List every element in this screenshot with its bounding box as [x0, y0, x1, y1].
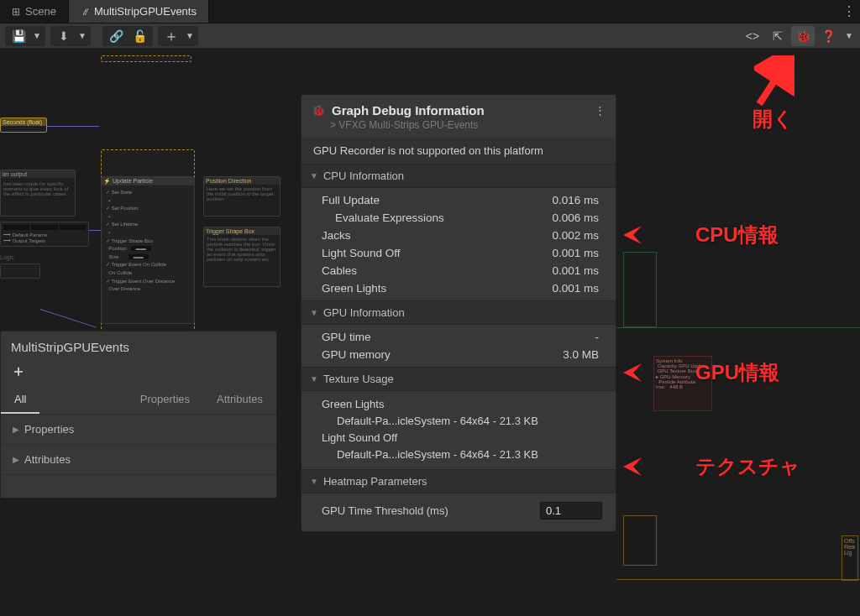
debug-section-heatmap[interactable]: ▼ Heatmap Parameters: [302, 469, 616, 493]
import-icon[interactable]: ⬇: [52, 26, 76, 46]
center-icon[interactable]: ⇱: [766, 26, 789, 46]
gpu-row: GPU time-: [302, 328, 616, 346]
blackboard-section-attributes[interactable]: ▶ Attributes: [1, 445, 276, 475]
tab-options-icon[interactable]: ⋮: [838, 0, 860, 23]
graph-node[interactable]: Seconds (float): [0, 117, 47, 133]
cpu-row: Green Lights0.001 ms: [302, 279, 616, 297]
blackboard-section-properties[interactable]: ▶ Properties: [1, 415, 276, 445]
graph-node-block[interactable]: ⚡ Update Particle ✓ Set State •✓ Set Pos…: [101, 176, 195, 324]
graph-group-outline: [101, 55, 191, 62]
gpu-rows: GPU time- GPU memory3.0 MB: [302, 325, 616, 367]
texture-item-name: Green Lights: [322, 396, 600, 413]
graph-annotation-2: Position Direction Here we set the posit…: [203, 176, 281, 217]
graph-node-bg-2[interactable]: System Info Capacity GPU Update GPU Text…: [653, 356, 712, 411]
blackboard-add-button[interactable]: ＋: [11, 361, 26, 381]
cpu-rows: Full Update0.016 ms Evaluate Expressions…: [302, 188, 616, 300]
debug-section-gpu[interactable]: ▼ GPU Information: [302, 300, 616, 325]
graph-toolbar: 💾 ▼ ⬇ ▼ 🔗 🔓 ＋ ▼ <> ⇱ 🐞 ❓ ▼: [0, 23, 860, 49]
cpu-row: Jacks0.002 ms: [302, 227, 616, 244]
threshold-input[interactable]: [540, 502, 602, 519]
graph-annotation-3: Trigger Shape Box This block detects whe…: [203, 227, 281, 287]
tab-scene-label: Scene: [25, 5, 56, 18]
chevron-right-icon: ▶: [13, 455, 19, 464]
graph-node-bg[interactable]: [623, 252, 657, 327]
blackboard-tabs: All Properties Attributes: [1, 386, 276, 415]
tab-vfx-graph[interactable]: ⫽ MultiStripGPUEvents: [69, 0, 209, 23]
cpu-row: Full Update0.016 ms: [302, 191, 616, 209]
save-icon[interactable]: 💾: [7, 26, 30, 46]
blackboard-panel: MultiStripGPUEvents ＋ All Properties Att…: [0, 331, 277, 499]
grid-icon: ⊞: [12, 6, 20, 18]
texture-item-detail: Default-Pa...icleSystem - 64x64 - 21.3 K…: [322, 413, 600, 430]
save-dropdown-icon[interactable]: ▼: [30, 26, 44, 46]
vfx-icon: ⫽: [81, 6, 89, 18]
debug-info-panel: 🐞 Graph Debug Information ⋮ > VFXG Multi…: [301, 94, 616, 532]
texture-rows: Green Lights Default-Pa...icleSystem - 6…: [302, 391, 616, 469]
code-icon[interactable]: <>: [741, 26, 764, 46]
cpu-row: Light Sound Off0.001 ms: [302, 244, 616, 262]
chevron-right-icon: ▶: [13, 425, 19, 434]
blackboard-tab-all[interactable]: All: [1, 386, 39, 414]
graph-node-bg-4[interactable]: OffsReaLig: [842, 535, 858, 581]
tab-scene[interactable]: ⊞ Scene: [0, 0, 69, 23]
graph-node-small[interactable]: ⟶ Default Params⟶ Output Targets: [0, 222, 89, 247]
toolbar-dropdown-icon[interactable]: ▼: [842, 26, 857, 46]
blackboard-tab-attributes[interactable]: Attributes: [203, 386, 276, 414]
chevron-down-icon: ▼: [310, 171, 318, 180]
graph-nodes-area: Seconds (float) ler output has been made…: [0, 49, 286, 331]
chevron-down-icon: ▼: [310, 477, 318, 486]
help-icon[interactable]: ❓: [816, 26, 840, 46]
blackboard-title: MultiStripGPUEvents: [11, 340, 266, 354]
cpu-row: Evaluate Expressions0.006 ms: [302, 209, 616, 227]
add-icon[interactable]: ＋: [160, 26, 183, 46]
graph-annotation: ler output has been made for specific sc…: [0, 170, 76, 217]
graph-node-bg-3[interactable]: [623, 515, 657, 566]
bug-icon: 🐞: [312, 104, 325, 117]
chevron-down-icon: ▼: [310, 374, 318, 384]
debug-panel-menu-icon[interactable]: ⋮: [595, 104, 606, 117]
window-tabbar: ⊞ Scene ⫽ MultiStripGPUEvents ⋮: [0, 0, 860, 23]
bug-icon[interactable]: 🐞: [791, 26, 815, 46]
cpu-row: Cables0.001 ms: [302, 262, 616, 279]
debug-panel-subtitle: > VFXG Multi-Strips GPU-Events: [302, 119, 616, 138]
gpu-row: GPU memory3.0 MB: [302, 346, 616, 363]
link-icon[interactable]: 🔗: [104, 26, 128, 46]
import-dropdown-icon[interactable]: ▼: [76, 26, 89, 46]
texture-item-detail: Default-Pa...icleSystem - 64x64 - 21.3 K…: [322, 446, 600, 463]
heatmap-param-row: GPU Time Threshold (ms): [302, 493, 616, 531]
graph-wire-2: [616, 579, 860, 580]
debug-panel-warning: GPU Recorder is not supported on this pl…: [302, 138, 616, 164]
graph-wire: [616, 327, 860, 328]
debug-section-cpu[interactable]: ▼ CPU Information: [302, 164, 616, 188]
debug-section-texture[interactable]: ▼ Texture Usage: [302, 367, 616, 391]
blackboard-tab-properties[interactable]: Properties: [127, 386, 203, 414]
add-dropdown-icon[interactable]: ▼: [183, 26, 197, 46]
threshold-label: GPU Time Threshold (ms): [322, 504, 540, 517]
chevron-down-icon: ▼: [310, 308, 318, 317]
logic-label: Logic: [0, 254, 14, 260]
texture-item-name: Light Sound Off: [322, 430, 600, 446]
lock-icon[interactable]: 🔓: [128, 26, 151, 46]
tab-vfx-label: MultiStripGPUEvents: [94, 5, 197, 18]
debug-panel-title: Graph Debug Information: [332, 103, 588, 117]
graph-node-small-2[interactable]: [0, 264, 40, 279]
